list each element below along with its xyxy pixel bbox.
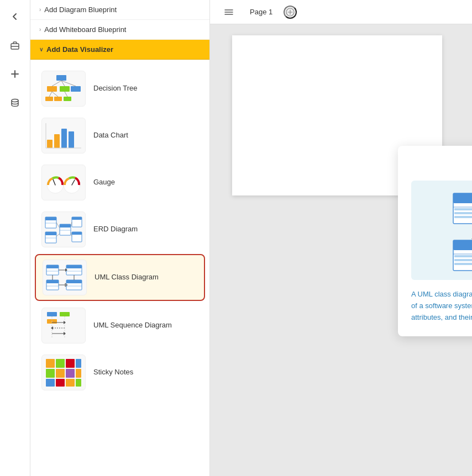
decision-tree-label: Decision Tree: [93, 83, 137, 93]
uml-sequence-thumb: [41, 308, 86, 343]
svg-rect-76: [46, 369, 55, 378]
svg-rect-77: [56, 369, 65, 378]
svg-line-10: [52, 81, 61, 86]
svg-rect-79: [76, 369, 81, 378]
svg-rect-44: [46, 265, 59, 268]
preview-title: UML Class Diagram: [411, 159, 472, 172]
svg-point-2: [12, 99, 18, 102]
svg-rect-78: [66, 369, 75, 378]
svg-rect-4: [47, 86, 57, 92]
svg-line-15: [65, 92, 67, 97]
uml-class-thumb: [43, 260, 87, 295]
svg-rect-82: [66, 379, 75, 387]
uml-class-diagram-item[interactable]: UML Class Diagram: [35, 254, 205, 301]
svg-marker-69: [51, 326, 53, 330]
arrow-down-icon: ∨: [39, 46, 43, 52]
svg-rect-61: [47, 312, 57, 316]
database-button[interactable]: [5, 93, 25, 113]
svg-rect-91: [454, 208, 472, 210]
page-tab[interactable]: Page 1: [245, 6, 277, 18]
svg-rect-92: [454, 212, 472, 214]
erd-diagram-item[interactable]: ERD Diagram: [35, 207, 205, 252]
add-button[interactable]: [5, 64, 25, 84]
svg-rect-38: [72, 232, 82, 235]
svg-rect-106: [454, 263, 472, 265]
add-data-visualizer-label: Add Data Visualizer: [46, 45, 113, 54]
svg-line-40: [56, 234, 60, 236]
svg-rect-102: [453, 240, 472, 250]
svg-rect-89: [453, 193, 472, 203]
svg-rect-105: [454, 259, 472, 261]
decision-tree-item[interactable]: Decision Tree: [35, 66, 205, 111]
top-bar: Page 1: [210, 0, 472, 24]
svg-rect-104: [454, 255, 472, 257]
sticky-notes-thumb: [41, 355, 86, 390]
svg-rect-18: [61, 129, 67, 148]
uml-sequence-label: UML Sequence Diagram: [93, 320, 172, 330]
svg-rect-6: [71, 86, 81, 92]
visualizer-list: Decision Tree Data Chart: [30, 60, 209, 401]
svg-rect-16: [47, 140, 53, 148]
svg-line-39: [56, 223, 60, 228]
left-panel: › Add Diagram Blueprint › Add Whiteboard…: [30, 0, 210, 476]
add-page-button[interactable]: [284, 6, 297, 19]
svg-rect-33: [60, 224, 71, 228]
back-button[interactable]: [5, 7, 25, 27]
svg-rect-75: [76, 359, 81, 368]
svg-rect-30: [45, 232, 56, 235]
svg-line-13: [49, 92, 52, 97]
preview-description: A UML class diagram is a type of diagram…: [411, 289, 472, 323]
menu-button[interactable]: [219, 2, 239, 22]
sidebar-icons: [0, 0, 30, 476]
sticky-notes-label: Sticky Notes: [93, 367, 133, 377]
svg-rect-74: [66, 359, 75, 368]
uml-preview-card: UML Class Diagram: [398, 146, 472, 336]
svg-rect-93: [454, 216, 472, 218]
svg-rect-81: [56, 379, 65, 387]
add-diagram-blueprint-item[interactable]: › Add Diagram Blueprint: [30, 0, 209, 20]
add-data-visualizer-item[interactable]: ∨ Add Data Visualizer: [30, 40, 209, 60]
uml-class-label: UML Class Diagram: [95, 272, 159, 282]
svg-rect-3: [56, 75, 66, 81]
gauge-thumb: [41, 165, 86, 200]
svg-rect-5: [60, 86, 70, 92]
sticky-notes-item[interactable]: Sticky Notes: [35, 350, 205, 395]
svg-rect-7: [45, 97, 53, 101]
add-whiteboard-blueprint-item[interactable]: › Add Whiteboard Blueprint: [30, 20, 209, 40]
svg-rect-50: [66, 265, 82, 268]
erd-diagram-thumb: [41, 211, 86, 247]
svg-line-12: [61, 81, 76, 86]
uml-sequence-diagram-item[interactable]: UML Sequence Diagram: [35, 303, 205, 348]
svg-rect-73: [56, 359, 65, 368]
svg-rect-36: [72, 217, 82, 220]
svg-rect-47: [46, 280, 59, 283]
add-diagram-label: Add Diagram Blueprint: [44, 6, 117, 14]
briefcase-button[interactable]: [5, 35, 25, 55]
main-area: Page 1 UML Class Diagram: [210, 0, 472, 476]
arrow-icon: ›: [39, 7, 41, 13]
erd-diagram-label: ERD Diagram: [93, 224, 138, 234]
arrow-icon-2: ›: [39, 27, 41, 33]
svg-rect-19: [69, 131, 74, 148]
decision-tree-thumb: [41, 71, 86, 107]
preview-image: [411, 181, 472, 280]
svg-rect-83: [76, 379, 81, 387]
svg-rect-27: [45, 217, 56, 220]
svg-rect-8: [54, 97, 62, 101]
data-chart-thumb: [41, 118, 86, 154]
svg-line-14: [52, 92, 58, 97]
canvas-area: UML Class Diagram: [210, 24, 472, 476]
gauge-item[interactable]: Gauge: [35, 160, 205, 205]
gauge-label: Gauge: [93, 177, 115, 187]
svg-rect-62: [60, 312, 70, 316]
svg-rect-17: [54, 134, 60, 148]
svg-rect-72: [46, 359, 55, 368]
svg-rect-9: [64, 97, 71, 101]
svg-rect-80: [46, 379, 55, 387]
add-whiteboard-label: Add Whiteboard Blueprint: [44, 25, 126, 34]
data-chart-item[interactable]: Data Chart: [35, 113, 205, 158]
svg-rect-53: [66, 280, 82, 283]
data-chart-label: Data Chart: [93, 130, 128, 140]
